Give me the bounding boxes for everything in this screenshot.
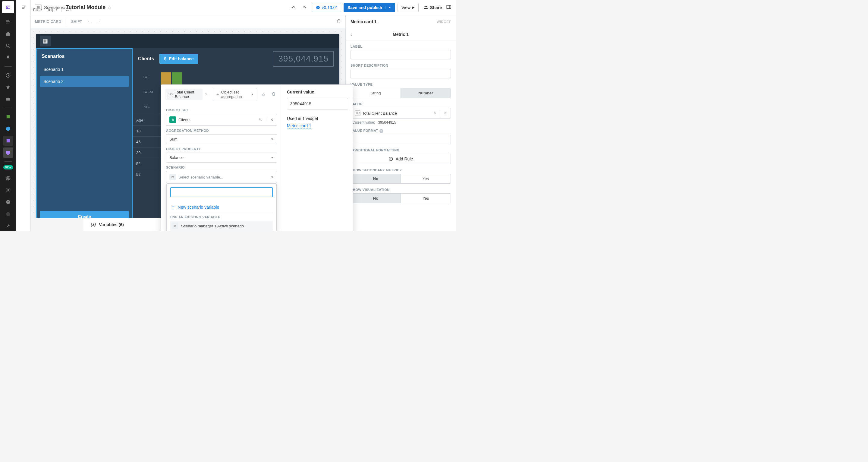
star-icon[interactable] <box>3 82 13 92</box>
close-icon[interactable]: ✕ <box>442 111 449 115</box>
menu-page-count[interactable]: 1 <box>65 7 72 12</box>
add-rule-button[interactable]: Add Rule <box>350 154 451 164</box>
rpanel-category: WIDGET <box>437 20 451 24</box>
subheader: METRIC CARD SHIFT ← → <box>31 15 345 28</box>
search-icon[interactable] <box>3 41 13 51</box>
plus-icon: + <box>172 204 175 210</box>
pencil-icon[interactable]: ✎ <box>432 111 438 115</box>
current-value-label: Current value <box>287 90 348 94</box>
show-viz-yes[interactable]: Yes <box>401 194 451 203</box>
trash-icon[interactable] <box>270 90 278 98</box>
scenario-search-input[interactable] <box>170 187 273 197</box>
nav-prev-icon[interactable]: ← <box>87 19 92 24</box>
scenario-manager-panel: Scenarios Scenario 1 Scenario 2 Create <box>36 48 133 218</box>
dollar-icon: $ <box>164 56 166 61</box>
undo-icon[interactable]: ↶ <box>288 3 298 12</box>
value-type-label: VALUE TYPE <box>350 83 451 86</box>
folder-icon[interactable] <box>3 94 13 104</box>
object-set-selector[interactable]: 🗎Clients ✎ ✕ <box>166 114 277 126</box>
value-type-string[interactable]: String <box>351 88 401 98</box>
new-badge: NEW <box>3 165 13 170</box>
chevron-down-icon: ▼ <box>271 175 274 179</box>
screen-icon[interactable] <box>3 147 13 158</box>
sidebar-collapsed <box>16 0 31 231</box>
scenario-label: SCENARIO <box>166 166 277 169</box>
agg-method-selector[interactable]: Sum▼ <box>166 134 277 144</box>
left-nav-rail: NEW ? <box>0 0 16 231</box>
agg-method-label: AGGREGATION METHOD <box>166 129 277 133</box>
object-property-label: OBJECT PROPERTY <box>166 147 277 151</box>
chevron-down-icon[interactable]: ▼ <box>385 6 391 9</box>
current-value-label: Current value: <box>352 120 375 124</box>
svg-rect-7 <box>7 139 10 142</box>
checklist-icon[interactable] <box>3 112 13 122</box>
subheader-crumb-2[interactable]: SHIFT <box>71 20 82 24</box>
close-icon[interactable]: ✕ <box>267 117 274 122</box>
save-publish-button[interactable]: Save and publish ▼ <box>344 3 395 12</box>
number-icon: 123 <box>355 110 361 116</box>
aggregation-type-button[interactable]: ✦ Object set aggregation ▼ <box>213 88 257 101</box>
svg-rect-17 <box>447 5 451 9</box>
expand-icon[interactable] <box>3 221 13 231</box>
module-icon[interactable] <box>3 136 13 146</box>
globe-icon[interactable] <box>3 173 13 183</box>
panel-toggle-icon[interactable] <box>446 4 452 10</box>
view-button[interactable]: View ▶ <box>398 3 418 12</box>
subheader-crumb-1[interactable]: METRIC CARD <box>35 20 61 24</box>
show-secondary-yes[interactable]: Yes <box>401 174 451 183</box>
object-property-selector[interactable]: Balance▼ <box>166 152 277 163</box>
value-chip-label: Total Client Balance <box>362 111 397 115</box>
pencil-icon[interactable]: ✎ <box>205 92 208 96</box>
version-button[interactable]: v0.13.0* <box>312 3 341 12</box>
delete-icon[interactable] <box>336 19 341 25</box>
bell-icon[interactable] <box>3 53 13 63</box>
existing-variable-label: USE AN EXISTING VARIABLE <box>170 215 273 219</box>
existing-variable-item[interactable]: ⧉ Scenario manager 1 Active scenario <box>170 221 273 231</box>
menu-icon[interactable] <box>3 17 13 27</box>
favorite-star-icon[interactable]: ☆ <box>107 4 112 10</box>
share-button[interactable]: Share <box>424 5 442 10</box>
cube-icon[interactable] <box>3 124 13 134</box>
help-icon[interactable]: ? <box>3 197 13 207</box>
value-type-number[interactable]: Number <box>401 88 451 98</box>
home-icon[interactable] <box>3 29 13 39</box>
show-secondary-segmented: No Yes <box>350 174 451 184</box>
nav-next-icon[interactable]: → <box>96 19 101 24</box>
rpanel-subtitle: Metric 1 <box>393 32 409 37</box>
menu-help[interactable]: Help▼ <box>46 7 58 12</box>
show-secondary-no[interactable]: No <box>351 174 401 183</box>
help-tooltip-icon[interactable]: ? <box>379 129 383 133</box>
back-icon[interactable]: ‹ <box>350 32 352 37</box>
pencil-icon[interactable]: ✎ <box>256 118 264 122</box>
edit-balance-button[interactable]: $ Edit balance <box>159 54 198 64</box>
metric-card-value[interactable]: 395,044,915 <box>273 51 334 67</box>
new-scenario-variable-button[interactable]: + New scenario variable <box>170 201 273 213</box>
svg-point-15 <box>424 6 426 7</box>
menu-file[interactable]: File▼ <box>33 7 43 12</box>
redo-icon[interactable]: ↷ <box>300 3 310 12</box>
scenario-item[interactable]: Scenario 2 <box>40 76 129 87</box>
scenario-selector[interactable]: ⧉ Select scenario variable... ▼ + New sc… <box>166 171 277 183</box>
svg-line-4 <box>9 47 10 48</box>
shuffle-icon[interactable] <box>3 185 13 195</box>
history-icon[interactable] <box>3 70 13 81</box>
used-in-link[interactable]: Metric card 1 <box>287 123 311 128</box>
app-logo-icon[interactable] <box>2 1 14 13</box>
y-tick: 640-73 <box>144 90 153 94</box>
header-icon: ▦ <box>40 36 51 47</box>
short-desc-input[interactable] <box>350 69 451 79</box>
sparkle-icon: ✦ <box>216 92 219 97</box>
user-avatar-icon[interactable] <box>3 209 13 219</box>
value-selector[interactable]: ‹ 123Total Client Balance ✎ ✕ <box>350 108 451 118</box>
label-field-label: LABEL <box>350 45 451 48</box>
label-input[interactable] <box>350 50 451 59</box>
value-format-input[interactable] <box>350 135 451 144</box>
variables-label: Variables (6) <box>99 222 124 227</box>
star-outline-icon[interactable]: ☆ <box>259 90 267 98</box>
svg-point-16 <box>426 6 427 7</box>
scenario-item[interactable]: Scenario 1 <box>40 64 129 75</box>
sidebar-toggle-icon[interactable] <box>16 0 31 15</box>
create-scenario-button[interactable]: Create <box>40 211 129 218</box>
show-viz-no[interactable]: No <box>351 194 401 203</box>
svg-rect-6 <box>7 115 10 118</box>
